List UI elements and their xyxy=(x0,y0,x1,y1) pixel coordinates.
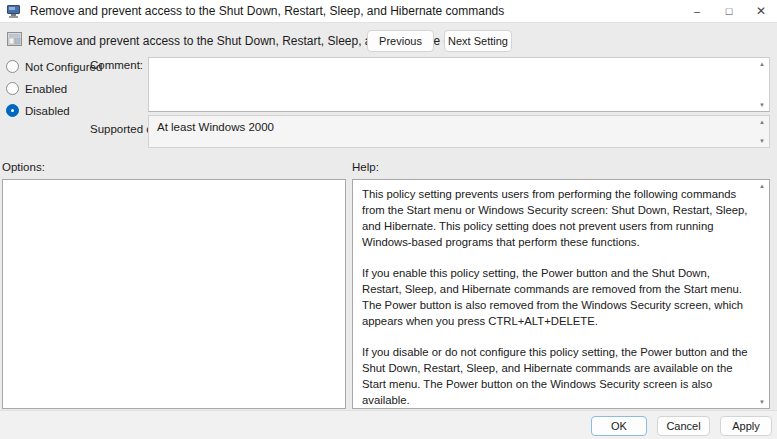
scroll-down-icon[interactable]: ▼ xyxy=(757,138,767,144)
policy-setting-dialog: Remove and prevent access to the Shut Do… xyxy=(0,0,777,439)
radio-label: Disabled xyxy=(25,105,70,117)
scroll-up-icon[interactable]: ▲ xyxy=(757,183,767,189)
window-controls: – □ ✕ xyxy=(681,0,777,22)
scroll-down-icon[interactable]: ▼ xyxy=(757,399,767,405)
supported-on-field: At least Windows 2000 ▲ ▼ xyxy=(148,115,770,148)
ok-button[interactable]: OK xyxy=(591,416,647,436)
help-label: Help: xyxy=(352,161,379,173)
previous-setting-button[interactable]: Previous Setting xyxy=(367,30,434,52)
comment-textarea[interactable]: ▲ ▼ xyxy=(148,57,770,112)
footer-bar: OK Cancel Apply xyxy=(0,410,777,439)
options-label: Options: xyxy=(2,161,45,173)
supported-on-value: At least Windows 2000 xyxy=(157,121,274,133)
help-panel: This policy setting prevents users from … xyxy=(352,179,770,409)
close-icon[interactable]: ✕ xyxy=(745,0,777,22)
policy-setting-icon xyxy=(7,32,22,46)
help-paragraph: If you enable this policy setting, the P… xyxy=(362,265,749,329)
scroll-up-icon[interactable]: ▲ xyxy=(757,61,767,67)
app-monitor-icon xyxy=(7,5,22,18)
comment-label: Comment: xyxy=(90,59,143,71)
cancel-button[interactable]: Cancel xyxy=(657,416,710,436)
radio-label: Enabled xyxy=(25,83,67,95)
scroll-up-icon[interactable]: ▲ xyxy=(757,119,767,125)
help-paragraph: If you disable or do not configure this … xyxy=(362,344,749,408)
next-setting-button[interactable]: Next Setting xyxy=(444,30,512,52)
apply-button[interactable]: Apply xyxy=(720,416,772,436)
radio-disabled[interactable]: Disabled xyxy=(6,104,70,117)
help-paragraph: This policy setting prevents users from … xyxy=(362,186,749,250)
minimize-icon[interactable]: – xyxy=(681,0,713,22)
scroll-down-icon[interactable]: ▼ xyxy=(757,102,767,108)
radio-not-configured[interactable]: Not Configured xyxy=(6,60,102,73)
title-bar: Remove and prevent access to the Shut Do… xyxy=(0,0,777,22)
radio-circle-icon xyxy=(6,82,19,95)
maximize-icon[interactable]: □ xyxy=(713,0,745,22)
radio-circle-icon xyxy=(6,60,19,73)
options-panel xyxy=(2,179,346,409)
dialog-body: Remove and prevent access to the Shut Do… xyxy=(0,22,777,410)
help-text: This policy setting prevents users from … xyxy=(353,180,753,408)
window-title: Remove and prevent access to the Shut Do… xyxy=(30,4,504,18)
radio-circle-icon xyxy=(6,104,19,117)
radio-enabled[interactable]: Enabled xyxy=(6,82,67,95)
